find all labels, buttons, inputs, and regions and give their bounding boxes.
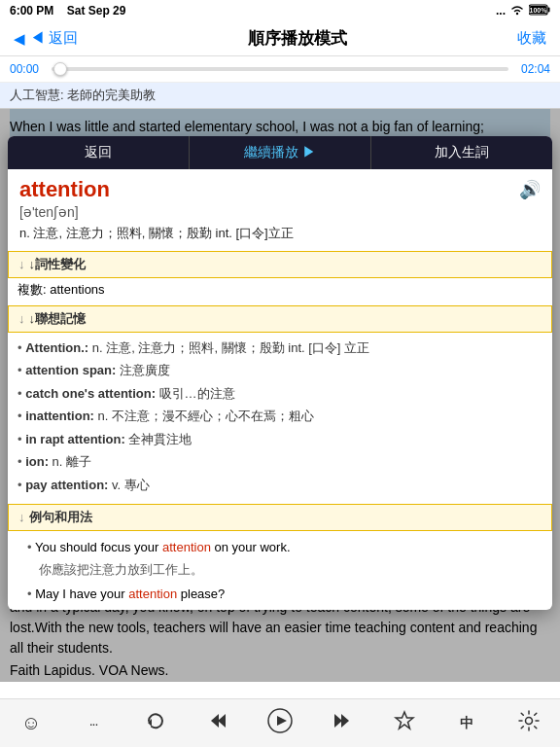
example-content: You should focus your attention on your … — [8, 531, 552, 610]
morph-arrow-icon: ↓ — [18, 257, 25, 271]
mnemonic-item-2: catch one's attention: 吸引…的注意 — [18, 382, 542, 406]
mnemonic-item-5: ion: n. 離子 — [18, 450, 542, 474]
mnemonic-item-3: inattention: n. 不注意；漫不經心；心不在焉；粗心 — [18, 405, 542, 428]
svg-text:100%: 100% — [530, 7, 548, 14]
progress-thumb[interactable] — [53, 62, 67, 76]
mnemonic-arrow-icon: ↓ — [18, 311, 25, 326]
favorite-button[interactable]: 收藏 — [517, 29, 546, 48]
svg-marker-10 — [334, 714, 342, 728]
settings-btn[interactable] — [508, 702, 550, 745]
sound-icon[interactable]: 🔊 — [519, 179, 541, 200]
svg-point-0 — [516, 12, 518, 14]
signal-icon: ... — [496, 4, 506, 18]
next-btn[interactable] — [321, 702, 364, 745]
mnemonic-item-4: in rapt attention: 全神貫注地 — [18, 428, 542, 451]
example-item-0: You should focus your attention on your … — [18, 535, 542, 560]
dict-popup: 返回 繼續播放 ▶ 加入生詞 attention 🔊 [ə'tenʃən] n.… — [8, 136, 552, 610]
back-label: ◀ 返回 — [30, 29, 78, 48]
svg-rect-2 — [548, 7, 550, 12]
word-phonetic: [ə'tenʃən] — [19, 204, 541, 220]
status-bar: 6:00 PM Sat Sep 29 ... 100% — [0, 0, 560, 21]
prev-btn[interactable] — [196, 702, 239, 745]
menu-btn[interactable]: ☺ — [10, 702, 52, 745]
lang-btn[interactable]: 中 — [445, 702, 488, 745]
back-chevron-icon: ◀ — [14, 30, 25, 48]
replay-btn[interactable] — [134, 702, 177, 745]
mnemonic-content: Attention.: n. 注意, 注意力；照料, 關懷；殷勤 int. [口… — [8, 333, 552, 501]
status-time-date: 6:00 PM Sat Sep 29 — [10, 4, 125, 18]
example-translation-0: 你應該把注意力放到工作上。 — [18, 560, 542, 582]
word-definition: n. 注意, 注意力；照料, 關懷；殷勤 int. [口令]立正 — [19, 224, 541, 243]
star-btn[interactable] — [383, 702, 426, 745]
word-entry: attention 🔊 [ə'tenʃən] n. 注意, 注意力；照料, 關懷… — [8, 169, 552, 247]
menu-icon: ☺ — [21, 712, 41, 734]
prev-icon — [207, 710, 228, 736]
section-label: 人工智慧: 老師的完美助教 — [0, 83, 560, 109]
star-icon — [394, 710, 415, 736]
morph-section-header: ↓↓詞性變化 — [8, 251, 552, 278]
progress-bar-container: 00:00 02:04 — [0, 56, 560, 83]
settings-icon — [518, 710, 540, 736]
lang-icon: 中 — [460, 715, 473, 732]
content-area: When I was little and started elementary… — [0, 109, 560, 682]
popup-back-button[interactable]: 返回 — [8, 136, 190, 169]
morph-item-plural: 複數: attentions — [8, 278, 552, 302]
mnemonic-item-6: pay attention: v. 專心 — [18, 474, 542, 497]
mnemonic-section-header: ↓↓聯想記憶 — [8, 305, 552, 333]
play-btn[interactable] — [259, 702, 301, 745]
word-main: attention — [19, 177, 110, 202]
battery-icon: 100% — [529, 4, 550, 18]
mnemonic-item-0: Attention.: n. 注意, 注意力；照料, 關懷；殷勤 int. [口… — [18, 337, 542, 360]
nav-bar: ◀ ◀ 返回 順序播放模式 收藏 — [0, 21, 560, 56]
progress-track[interactable] — [52, 67, 508, 71]
svg-marker-12 — [396, 712, 413, 729]
more-icon: ··· — [89, 716, 98, 731]
popup-toolbar: 返回 繼續播放 ▶ 加入生詞 — [8, 136, 552, 169]
current-time: 00:00 — [10, 62, 44, 76]
svg-marker-9 — [277, 716, 287, 726]
svg-point-13 — [526, 718, 533, 725]
more-btn[interactable]: ··· — [72, 702, 115, 745]
back-button[interactable]: ◀ ◀ 返回 — [14, 29, 78, 48]
popup-add-word-button[interactable]: 加入生詞 — [371, 136, 552, 169]
play-icon — [267, 708, 293, 738]
svg-marker-11 — [341, 714, 349, 728]
wifi-icon — [509, 4, 525, 18]
svg-marker-6 — [211, 714, 219, 728]
status-icons: ... 100% — [496, 4, 550, 18]
example-arrow-icon: ↓ — [18, 510, 25, 524]
mnemonic-item-1: attention span: 注意廣度 — [18, 359, 542, 382]
example-section-header: ↓例句和用法 — [8, 504, 552, 531]
bottom-toolbar: ☺ ··· — [0, 698, 560, 747]
next-icon — [332, 710, 353, 736]
replay-icon — [145, 710, 166, 736]
total-time: 02:04 — [516, 62, 550, 76]
word-title-row: attention 🔊 — [19, 177, 541, 202]
example-item-1: May I have your attention please? — [18, 582, 542, 607]
popup-play-button[interactable]: 繼續播放 ▶ — [190, 136, 371, 169]
svg-marker-7 — [218, 714, 226, 728]
page-title: 順序播放模式 — [248, 27, 347, 50]
